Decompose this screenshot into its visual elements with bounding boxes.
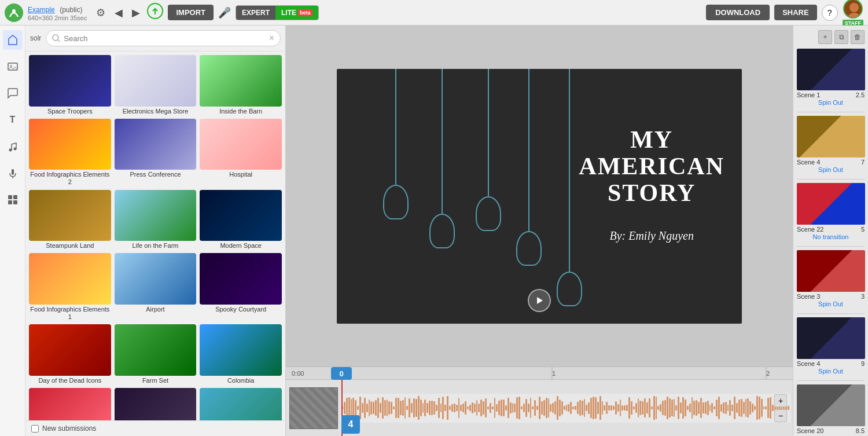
grid-item[interactable]: Space Troopers <box>29 55 111 115</box>
waveform-bar <box>745 399 747 417</box>
slide-canvas[interactable]: MY AMERICAN STORY By: Emily Nguyen <box>337 69 742 324</box>
waveform-bar <box>734 397 735 420</box>
settings-button[interactable]: ⚙ <box>94 4 108 21</box>
scene-item[interactable]: Scene 4 7 Spin Out <box>793 113 868 178</box>
upload-button[interactable] <box>147 3 163 23</box>
waveform-bar <box>566 405 568 411</box>
waveform-bar <box>572 406 574 409</box>
new-submissions-label[interactable]: New submissions <box>42 424 96 433</box>
waveform-bar <box>727 405 729 412</box>
svg-line-15 <box>58 40 60 42</box>
copy-scene-button[interactable]: ⧉ <box>834 30 848 44</box>
waveform-bar <box>660 404 661 412</box>
grid-item[interactable]: Electronics Mega Store <box>115 55 197 115</box>
waveform-bar <box>628 397 630 419</box>
microphone-button[interactable]: 🎤 <box>218 6 231 19</box>
waveform-bar <box>449 406 451 410</box>
import-button[interactable]: IMPORT <box>168 5 214 20</box>
grid-item[interactable]: Mansion Foyer on Halloween <box>115 388 197 420</box>
download-button[interactable]: DOWNLOAD <box>706 5 770 20</box>
lite-mode-button[interactable]: LITE beta <box>275 6 318 20</box>
waveform-bar <box>759 397 760 419</box>
waveform-bar <box>763 406 765 410</box>
sidebar-item-home[interactable] <box>3 30 23 50</box>
waveform-bar <box>617 404 619 412</box>
waveform-bar <box>413 398 415 418</box>
scene-item[interactable]: Scene 20 8.5 No transition <box>793 382 868 436</box>
grid-item[interactable]: Ancient Japan Set <box>29 388 111 420</box>
avatar[interactable] <box>843 0 863 19</box>
grid-item[interactable]: Colombia <box>200 324 282 384</box>
waveform-bar <box>377 398 379 417</box>
scene-item[interactable]: Scene 3 3 Spin Out <box>793 248 868 312</box>
sidebar-item-images[interactable] <box>3 57 23 76</box>
waveform-bar <box>720 404 722 412</box>
project-link[interactable]: Example <box>28 6 55 14</box>
forward-button[interactable]: ▶ <box>130 4 142 21</box>
svg-point-0 <box>12 9 16 13</box>
waveform-bar <box>667 397 668 420</box>
add-scene-button[interactable]: + <box>818 30 832 44</box>
share-button[interactable]: SHARE <box>774 5 817 20</box>
waveform-bar <box>454 404 455 412</box>
sidebar-item-music[interactable] <box>3 137 23 156</box>
waveform-bar <box>532 406 534 410</box>
waveform-bar <box>570 402 572 414</box>
help-button[interactable]: ? <box>822 5 838 21</box>
waveform-bar <box>705 402 707 415</box>
grid-item[interactable]: Day of the Dead Icons <box>29 324 111 384</box>
slide-title: MY AMERICAN STORY <box>579 126 724 207</box>
grid-item[interactable]: Food Infographics Elements 2 <box>29 119 111 186</box>
delete-scene-button[interactable]: 🗑 <box>851 30 865 44</box>
grid-item[interactable]: Airport <box>115 253 197 321</box>
waveform-bar <box>465 401 466 415</box>
back-button[interactable]: ◀ <box>112 4 125 21</box>
svg-rect-8 <box>12 169 14 175</box>
app-logo <box>5 3 23 22</box>
grid-item[interactable]: Dani and Jordi <box>200 388 282 420</box>
sidebar-item-layout[interactable] <box>3 190 23 210</box>
grid-item[interactable]: Spooky Courtyard <box>200 253 282 321</box>
waveform-bar <box>521 406 523 409</box>
waveform-bar <box>518 397 520 420</box>
waveform-bar <box>597 402 599 414</box>
zoom-in-button[interactable]: + <box>774 394 787 407</box>
svg-rect-13 <box>13 200 17 204</box>
grid-item[interactable]: Press Conference <box>115 119 197 186</box>
waveform-bar <box>656 397 657 419</box>
waveform-bar <box>709 405 711 411</box>
waveform-bar <box>638 398 639 417</box>
grid-item[interactable]: Hospital <box>200 119 282 186</box>
scene-item[interactable]: Scene 1 2.5 Spin Out <box>793 46 868 111</box>
waveform-bar <box>442 397 444 419</box>
svg-point-14 <box>53 35 58 41</box>
ruler-ticks <box>338 367 868 380</box>
grid-item[interactable]: Inside the Barn <box>200 55 282 115</box>
scene-badge: 4 <box>341 415 360 434</box>
waveform-bar <box>756 396 758 420</box>
waveform-bar <box>689 404 691 413</box>
left-sidebar: T <box>0 25 25 436</box>
grid-item[interactable]: Modern Space <box>200 190 282 250</box>
search-input[interactable] <box>64 34 265 43</box>
grid-item[interactable]: Food Infographics Elements 1 <box>29 253 111 321</box>
waveform-bar <box>604 405 605 411</box>
waveform-bar <box>496 404 498 412</box>
sidebar-item-chat[interactable] <box>3 83 23 103</box>
new-submissions-checkbox[interactable] <box>31 425 39 433</box>
waveform-bar <box>716 400 718 416</box>
grid-item[interactable]: Steampunk Land <box>29 190 111 250</box>
waveform-bar <box>692 397 693 419</box>
play-button[interactable] <box>528 289 551 312</box>
waveform-bar <box>613 406 615 409</box>
zoom-out-button[interactable]: − <box>774 409 787 422</box>
sidebar-item-text[interactable]: T <box>3 110 23 130</box>
grid-item[interactable]: Farm Set <box>115 324 197 384</box>
grid-item[interactable]: Life on the Farm <box>115 190 197 250</box>
search-clear-button[interactable]: × <box>269 33 274 43</box>
expert-mode-button[interactable]: EXPERT <box>236 6 275 20</box>
filter-label[interactable]: solr <box>30 34 41 42</box>
project-meta: 640×360 2min 35sec <box>28 14 87 21</box>
sidebar-item-audio[interactable] <box>3 163 23 183</box>
scene-item[interactable]: Scene 22 5 No transition <box>793 181 868 245</box>
